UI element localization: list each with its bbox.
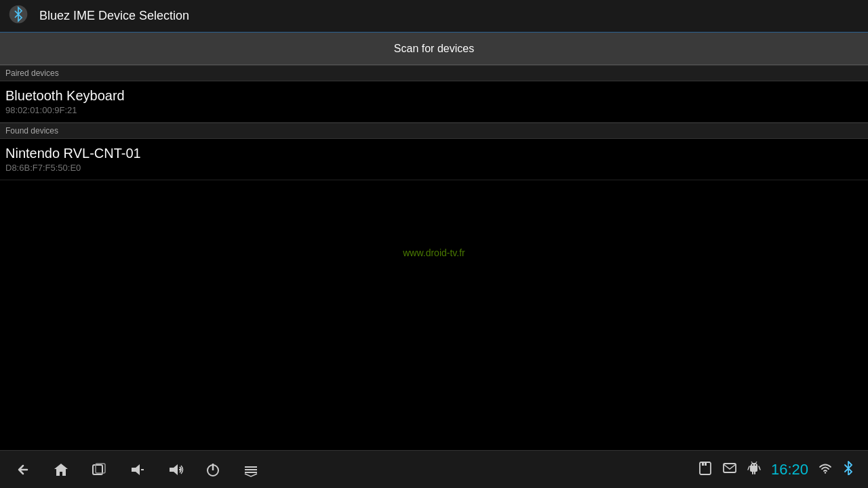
back-button[interactable] [14,460,33,479]
paired-device-item[interactable]: Bluetooth Keyboard 98:02:01:00:9F:21 [0,81,868,123]
svg-line-20 [759,466,760,470]
app-icon [8,4,33,28]
watermark: www.droid-tv.fr [403,247,465,258]
bluetooth-status-icon [842,460,854,479]
svg-marker-6 [170,464,178,475]
svg-rect-15 [705,462,707,466]
recents-button[interactable] [90,460,108,479]
found-devices-header: Found devices [0,123,868,139]
nav-bar: 16:20 [0,450,868,488]
title-bar: Bluez IME Device Selection [0,0,868,33]
android-icon [747,460,762,479]
volume-up-button[interactable] [165,460,184,479]
wifi-icon [818,460,833,479]
found-device-name: Nintendo RVL-CNT-01 [5,146,863,161]
paired-device-name: Bluetooth Keyboard [5,88,863,104]
found-device-item[interactable]: Nintendo RVL-CNT-01 D8:6B:F7:F5:50:E0 [0,139,868,180]
scan-button[interactable]: Scan for devices [0,33,868,65]
power-button[interactable] [203,460,222,479]
svg-rect-16 [724,464,736,472]
paired-device-mac: 98:02:01:00:9F:21 [5,105,863,115]
svg-line-22 [755,462,757,464]
svg-point-23 [825,472,826,473]
time-display: 16:20 [771,461,808,479]
sd-card-icon [698,460,713,479]
home-button[interactable] [52,460,71,479]
nav-left-icons [14,460,260,479]
svg-point-17 [752,464,753,466]
svg-rect-14 [702,462,704,466]
app-title: Bluez IME Device Selection [39,9,189,23]
volume-down-button[interactable] [127,460,146,479]
email-icon [722,460,737,479]
found-device-mac: D8:6B:F7:F5:50:E0 [5,163,863,173]
svg-marker-3 [132,464,140,475]
nav-right-icons: 16:20 [698,460,854,479]
menu-button[interactable] [241,460,260,479]
svg-line-19 [748,466,749,470]
svg-line-21 [751,462,753,464]
svg-point-18 [755,464,756,466]
paired-devices-header: Paired devices [0,65,868,81]
